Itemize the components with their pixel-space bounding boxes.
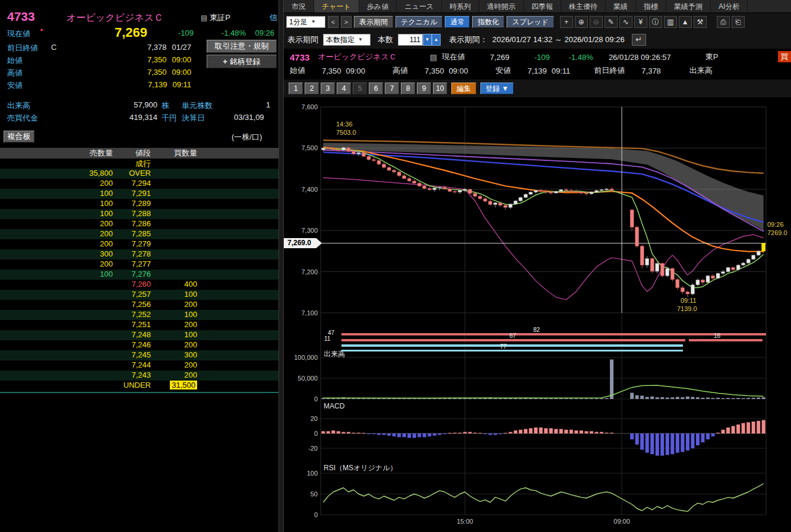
tab-shikiho[interactable]: 四季報 (524, 0, 561, 12)
reset-range-button[interactable]: ↵ (632, 34, 646, 46)
prev-button[interactable]: < (328, 16, 338, 28)
order-book-row[interactable]: 7,248100 (0, 330, 279, 340)
order-book-row[interactable]: 7,257100 (0, 290, 279, 300)
page-button-4[interactable]: 4 (337, 83, 351, 94)
price-level[interactable]: 7,279 (113, 239, 151, 248)
info-icon[interactable]: ⓘ (649, 16, 662, 28)
price-level[interactable]: 7,252 (113, 310, 151, 319)
count-mode-select[interactable]: 本数指定▼ (323, 34, 371, 46)
order-book-row[interactable]: 7,260400 (0, 280, 279, 290)
page-button-1[interactable]: 1 (289, 83, 303, 94)
add-symbol-button[interactable]: +銘柄登録 (207, 55, 277, 68)
tab-news[interactable]: ニュース (397, 0, 442, 12)
yen-icon[interactable]: ¥ (634, 16, 647, 28)
plus-icon[interactable]: + (560, 16, 573, 28)
order-book-row[interactable]: 7,244200 (0, 360, 279, 370)
price-level[interactable]: 7,288 (113, 209, 151, 218)
price-level[interactable]: 7,285 (113, 229, 151, 238)
order-book-row[interactable]: UNDER31,500 (0, 381, 279, 391)
order-book-row[interactable]: 1007,276 (0, 270, 279, 280)
price-level[interactable]: 7,286 (113, 219, 151, 228)
order-book-row[interactable]: 7,246200 (0, 340, 279, 350)
tab-market[interactable]: 市況 (284, 0, 314, 12)
tab-disclosure[interactable]: 適時開示 (479, 0, 524, 12)
order-book-row[interactable]: 7,252100 (0, 310, 279, 320)
price-level[interactable]: 7,257 (113, 290, 151, 299)
page-button-6[interactable]: 6 (369, 83, 383, 94)
page-button-5[interactable]: 5 (353, 83, 367, 94)
order-book-row[interactable]: 2007,285 (0, 229, 279, 239)
price-level[interactable]: 7,248 (113, 330, 151, 339)
composite-board-button[interactable]: 複合板 (4, 131, 34, 142)
price-level[interactable]: 7,260 (113, 280, 151, 289)
wave-icon[interactable]: ∿ (619, 16, 632, 28)
order-book-row[interactable]: 7,251200 (0, 320, 279, 330)
register-button[interactable]: 登録 ▼ (480, 83, 514, 94)
price-level[interactable]: 7,294 (113, 179, 151, 188)
edit-button[interactable]: 編集 (451, 83, 476, 94)
page-button-3[interactable]: 3 (321, 83, 335, 94)
page-button-9[interactable]: 9 (417, 83, 431, 94)
draw-icon[interactable]: ✎ (605, 16, 618, 28)
bar-count-input[interactable]: 111 (398, 34, 423, 46)
price-level[interactable]: 7,276 (113, 270, 151, 278)
order-book-row[interactable]: 1007,288 (0, 209, 279, 219)
page-button-2[interactable]: 2 (305, 83, 319, 94)
price-level[interactable]: 成行 (113, 159, 151, 169)
price-level[interactable]: 7,243 (113, 370, 151, 379)
order-book-row[interactable]: 35,800OVER (0, 169, 279, 179)
order-book-row[interactable]: 2007,286 (0, 219, 279, 229)
export-icon[interactable]: ⎗ (732, 16, 745, 28)
tab-chart[interactable]: チャート (314, 0, 359, 12)
area-chart-icon[interactable]: ▲ (679, 16, 692, 28)
page-button-7[interactable]: 7 (385, 83, 399, 94)
order-book-row[interactable]: 成行 (0, 159, 279, 169)
panel-divider[interactable] (279, 0, 284, 532)
order-book-row[interactable]: 3007,278 (0, 249, 279, 259)
tab-benefit[interactable]: 株主優待 (561, 0, 606, 12)
display-period-button[interactable]: 表示期間 (354, 16, 393, 28)
price-level[interactable]: 7,246 (113, 340, 151, 349)
price-level[interactable]: 7,251 (113, 320, 151, 329)
price-level[interactable]: 7,277 (113, 259, 151, 268)
price-level[interactable]: 7,244 (113, 360, 151, 369)
zoom-in-icon[interactable]: ⊕ (575, 16, 588, 28)
order-book-row[interactable]: 1007,289 (0, 199, 279, 209)
spread-button[interactable]: スプレッド (507, 16, 553, 28)
tools-icon[interactable]: ⚒ (694, 16, 707, 28)
zoom-out-icon[interactable]: ⊖ (590, 16, 603, 28)
price-level[interactable]: 7,245 (113, 350, 151, 359)
bar-chart-icon[interactable]: ▥ (664, 16, 677, 28)
trade-caution-button[interactable]: 取引注意・規制 (207, 40, 277, 53)
order-book-row[interactable]: 2007,294 (0, 179, 279, 189)
order-book-row[interactable]: 7,245300 (0, 350, 279, 360)
indexed-button[interactable]: 指数化 (472, 16, 504, 28)
tab-timeseries[interactable]: 時系列 (442, 0, 479, 12)
order-book-row[interactable]: 2007,279 (0, 239, 279, 249)
order-book-row[interactable]: 7,243200 (0, 370, 279, 381)
price-chart[interactable]: 7,6007,5007,4007,3007,2007,10015:0009:00… (284, 99, 791, 532)
price-level[interactable]: 7,278 (113, 249, 151, 258)
order-book-row[interactable]: 2007,277 (0, 259, 279, 270)
print-icon[interactable]: ⎙ (717, 16, 730, 28)
count-increment-button[interactable]: ▲ (432, 34, 441, 46)
buy-button[interactable]: 買 (778, 51, 791, 62)
order-book-row[interactable]: 7,256200 (0, 300, 279, 310)
technical-button[interactable]: テクニカル (396, 16, 442, 28)
price-level[interactable]: 7,289 (113, 199, 151, 208)
order-book-row[interactable]: 1007,291 (0, 189, 279, 199)
price-level[interactable]: OVER (113, 169, 151, 178)
tab-tick[interactable]: 歩み値 (359, 0, 397, 12)
price-level[interactable]: 7,256 (113, 300, 151, 309)
price-level[interactable]: UNDER (113, 381, 151, 390)
page-button-10[interactable]: 10 (433, 83, 447, 94)
tab-forecast[interactable]: 業績予測 (666, 0, 711, 12)
normal-mode-button[interactable]: 通常 (445, 16, 470, 28)
tab-results[interactable]: 業績 (606, 0, 636, 12)
tab-ai[interactable]: AI分析 (711, 0, 748, 12)
count-decrement-button[interactable]: ▼ (423, 34, 432, 46)
page-button-8[interactable]: 8 (401, 83, 415, 94)
interval-select[interactable]: 1分足▼ (286, 16, 325, 28)
price-level[interactable]: 7,291 (113, 189, 151, 198)
tab-indicators[interactable]: 指標 (636, 0, 666, 12)
